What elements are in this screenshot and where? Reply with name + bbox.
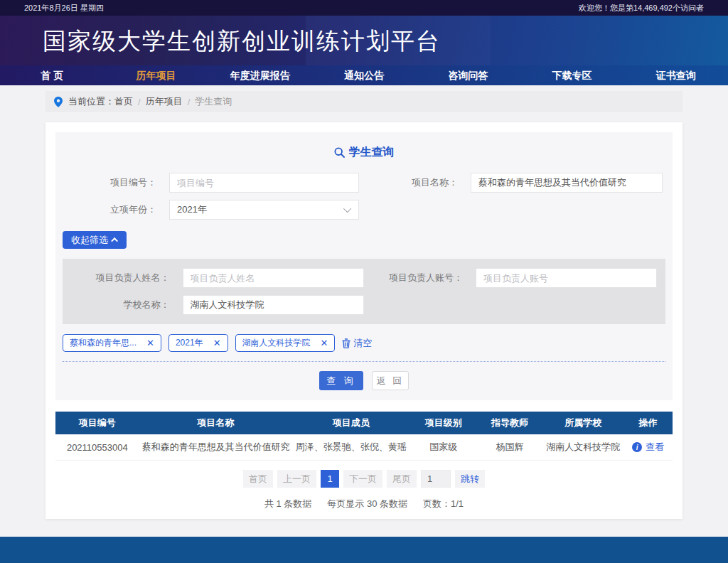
pagination: 首页 上一页 1 下一页 尾页 跳转 — [55, 470, 673, 488]
year-label: 立项年份： — [63, 203, 169, 216]
breadcrumb-prefix: 当前位置： — [68, 95, 114, 108]
main-nav: 首 页 历年项目 年度进展报告 通知公告 咨询问答 下载专区 证书查询 — [0, 65, 728, 85]
cell-project-code: 202110553004 — [55, 442, 139, 453]
project-name-label: 项目名称： — [364, 176, 471, 189]
back-button[interactable]: 返 回 — [372, 371, 409, 390]
remove-tag-icon[interactable]: ✕ — [321, 338, 328, 348]
filter-tag-project-name: 蔡和森的青年思... ✕ — [63, 334, 161, 352]
clear-filters-button[interactable]: 清空 — [342, 337, 372, 350]
remove-tag-icon[interactable]: ✕ — [213, 338, 221, 348]
leader-name-label: 项目负责人姓名： — [71, 272, 183, 284]
header-banner: 国家级大学生创新创业训练计划平台 — [0, 16, 728, 65]
breadcrumb-home[interactable]: 首页 — [114, 95, 133, 108]
leader-account-input[interactable] — [476, 268, 657, 288]
nav-item-downloads[interactable]: 下载专区 — [520, 65, 623, 85]
table-row: 202110553004 蔡和森的青年思想及其当代价值研究 周泽、张景驰、张倪、… — [55, 434, 673, 461]
col-header-name: 项目名称 — [139, 417, 292, 429]
cell-level: 国家级 — [410, 441, 476, 454]
chevron-up-icon — [111, 237, 118, 245]
search-title: 学生查询 — [63, 145, 665, 160]
collapse-filter-button[interactable]: 收起筛选 — [63, 231, 127, 249]
project-code-input[interactable] — [169, 173, 359, 193]
nav-item-home[interactable]: 首 页 — [0, 65, 104, 85]
chevron-down-icon — [343, 205, 351, 213]
filter-tag-school: 湖南人文科技学院 ✕ — [235, 334, 336, 352]
cell-members: 周泽、张景驰、张倪、黄瑶 — [292, 441, 410, 454]
search-icon — [334, 147, 345, 158]
leader-account-label: 项目负责人账号： — [364, 272, 476, 284]
project-name-input[interactable] — [471, 173, 663, 193]
leader-name-input[interactable] — [183, 268, 364, 288]
nav-item-past-projects[interactable]: 历年项目 — [104, 65, 208, 85]
school-name-label: 学校名称： — [71, 299, 183, 311]
info-icon: i — [632, 442, 642, 452]
page-number-button[interactable]: 1 — [321, 470, 339, 488]
col-header-level: 项目级别 — [410, 417, 476, 429]
remove-tag-icon[interactable]: ✕ — [146, 338, 154, 348]
col-header-teacher: 指导教师 — [476, 417, 542, 429]
prev-page-button[interactable]: 上一页 — [277, 470, 316, 488]
project-code-label: 项目编号： — [63, 176, 169, 189]
search-panel: 学生查询 项目编号： 项目名称： 立项年份： 2021年 — [55, 132, 673, 400]
table-header-row: 项目编号 项目名称 项目成员 项目级别 指导教师 所属学校 操作 — [55, 412, 673, 434]
school-name-input[interactable] — [183, 295, 364, 315]
cell-teacher: 杨国辉 — [476, 441, 542, 454]
breadcrumb-separator: / — [138, 97, 141, 107]
total-count: 共 1 条数据 — [264, 498, 311, 510]
breadcrumb-current: 学生查询 — [195, 95, 232, 108]
year-select[interactable]: 2021年 — [169, 200, 359, 220]
nav-item-qa[interactable]: 咨询问答 — [416, 65, 520, 85]
page-count: 页数：1/1 — [423, 498, 464, 510]
content-area: 当前位置： 首页 / 历年项目 / 学生查询 学生查询 项目编号： — [0, 85, 728, 537]
trash-icon — [342, 338, 350, 348]
top-bar: 2021年8月26日 星期四 欢迎您！您是第14,469,492个访问者 — [0, 0, 728, 16]
next-page-button[interactable]: 下一页 — [343, 470, 382, 488]
view-link[interactable]: i 查看 — [632, 441, 664, 454]
main-card: 学生查询 项目编号： 项目名称： 立项年份： 2021年 — [46, 122, 682, 519]
visitor-counter: 欢迎您！您是第14,469,492个访问者 — [579, 3, 704, 14]
cell-project-name: 蔡和森的青年思想及其当代价值研究 — [139, 441, 292, 454]
breadcrumb-past-projects[interactable]: 历年项目 — [146, 95, 183, 108]
dotted-divider — [63, 361, 665, 362]
col-header-action: 操作 — [623, 417, 673, 429]
jump-page-input[interactable] — [421, 470, 451, 488]
action-buttons: 查 询 返 回 — [63, 371, 665, 390]
query-button[interactable]: 查 询 — [319, 371, 363, 390]
col-header-code: 项目编号 — [55, 417, 139, 429]
per-page-count: 每页显示 30 条数据 — [327, 498, 407, 510]
first-page-button[interactable]: 首页 — [243, 470, 273, 488]
col-header-members: 项目成员 — [292, 417, 410, 429]
filter-tags-row: 蔡和森的青年思... ✕ 2021年 ✕ 湖南人文科技学院 ✕ 清空 — [63, 334, 665, 352]
advanced-filter-box: 项目负责人姓名： 项目负责人账号： 学校名称： — [63, 259, 665, 324]
site-title: 国家级大学生创新创业训练计划平台 — [43, 26, 441, 58]
nav-item-announcements[interactable]: 通知公告 — [312, 65, 416, 85]
results-table: 项目编号 项目名称 项目成员 项目级别 指导教师 所属学校 操作 2021105… — [55, 412, 673, 461]
cell-school: 湖南人文科技学院 — [543, 441, 624, 454]
filter-tag-year: 2021年 ✕ — [168, 334, 228, 352]
cell-action: i 查看 — [623, 441, 673, 454]
search-form-top: 项目编号： 项目名称： 立项年份： 2021年 — [63, 173, 665, 227]
last-page-button[interactable]: 尾页 — [387, 470, 417, 488]
page: 2021年8月26日 星期四 欢迎您！您是第14,469,492个访问者 国家级… — [0, 0, 728, 563]
result-stats: 共 1 条数据 每页显示 30 条数据 页数：1/1 — [55, 498, 673, 510]
col-header-school: 所属学校 — [543, 417, 624, 429]
year-select-value: 2021年 — [177, 203, 207, 216]
banner-decor — [491, 16, 619, 65]
date-text: 2021年8月26日 星期四 — [24, 3, 104, 14]
location-pin-icon — [54, 97, 63, 107]
breadcrumb: 当前位置： 首页 / 历年项目 / 学生查询 — [46, 91, 682, 112]
jump-button[interactable]: 跳转 — [455, 470, 485, 488]
breadcrumb-separator: / — [188, 97, 191, 107]
nav-item-annual-report[interactable]: 年度进展报告 — [208, 65, 312, 85]
footer-bar — [0, 537, 728, 563]
nav-item-certificates[interactable]: 证书查询 — [624, 65, 728, 85]
